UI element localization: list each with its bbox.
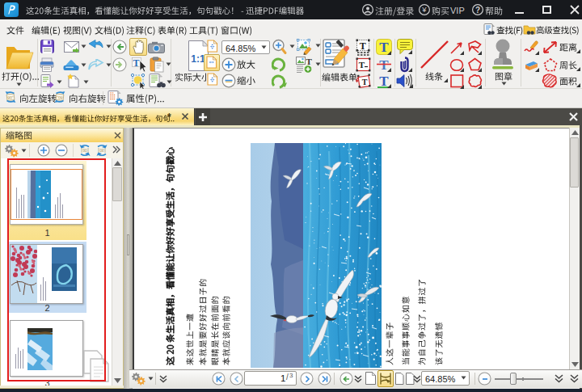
svg-text:T: T (306, 57, 313, 66)
svg-text:T: T (133, 57, 140, 69)
svg-text:90°: 90° (7, 95, 14, 100)
svg-text:¥: ¥ (421, 5, 427, 14)
svg-text:90: 90 (82, 149, 87, 153)
svg-text:T: T (360, 40, 366, 52)
svg-text:T: T (362, 78, 368, 86)
svg-text:90°: 90° (57, 95, 63, 100)
svg-text:90: 90 (99, 149, 104, 153)
svg-text:T: T (359, 60, 365, 70)
svg-text:?: ? (475, 6, 480, 15)
